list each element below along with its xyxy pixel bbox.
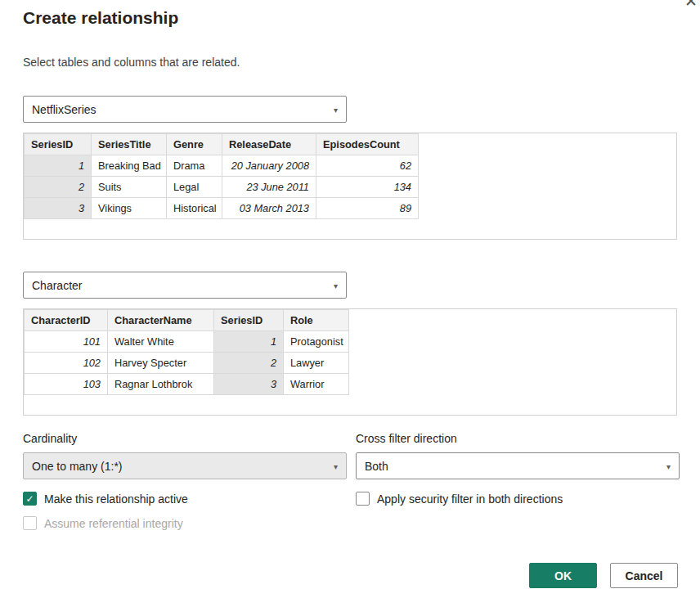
column-header[interactable]: ReleaseDate: [222, 134, 316, 155]
cross-filter-select-value: Both: [365, 460, 388, 473]
close-icon[interactable]: ✕: [684, 0, 698, 11]
table-cell[interactable]: Walter White: [108, 331, 214, 353]
table-cell[interactable]: 1: [25, 155, 92, 177]
table-cell[interactable]: Suits: [92, 177, 167, 198]
table-cell[interactable]: 102: [25, 353, 108, 374]
cancel-button[interactable]: Cancel: [610, 563, 678, 588]
table-cell[interactable]: Vikings: [92, 198, 167, 219]
table-cell[interactable]: Lawyer: [284, 353, 349, 374]
character-preview-table: CharacterIDCharacterNameSeriesIDRole 101…: [24, 309, 349, 395]
header-row: CharacterIDCharacterNameSeriesIDRole: [25, 310, 349, 331]
column-header[interactable]: Genre: [167, 134, 222, 155]
chevron-down-icon: ▾: [666, 461, 671, 470]
checkbox-icon: ✓: [356, 492, 370, 506]
first-table-select[interactable]: NetflixSeries ▾: [23, 96, 347, 123]
chevron-down-icon: ▾: [334, 105, 338, 114]
table-cell[interactable]: 3: [25, 198, 92, 219]
table-cell[interactable]: 1: [214, 331, 284, 353]
table-row: 103Ragnar Lothbrok3Warrior: [25, 374, 349, 395]
column-header[interactable]: SeriesTitle: [92, 134, 167, 155]
checkbox-label: Make this relationship active: [44, 492, 188, 506]
table-row: 3VikingsHistorical03 March 201389: [25, 198, 419, 219]
apply-security-filter-checkbox[interactable]: ✓ Apply security filter in both directio…: [356, 492, 563, 506]
checkbox-label: Assume referential integrity: [44, 517, 183, 530]
second-table-preview: CharacterIDCharacterNameSeriesIDRole 101…: [23, 308, 677, 416]
table-cell[interactable]: 103: [25, 374, 108, 395]
check-icon: ✓: [25, 494, 34, 504]
cardinality-label: Cardinality: [23, 432, 77, 445]
column-header[interactable]: CharacterID: [25, 310, 108, 331]
table-cell[interactable]: 2: [214, 353, 284, 374]
table-cell[interactable]: 3: [214, 374, 284, 395]
create-relationship-dialog: ✕ Create relationship Select tables and …: [0, 0, 700, 598]
netflixseries-preview-table: SeriesIDSeriesTitleGenreReleaseDateEpiso…: [24, 133, 419, 219]
cross-filter-label: Cross filter direction: [356, 432, 457, 445]
checkbox-label: Apply security filter in both directions: [377, 492, 563, 506]
cross-filter-select[interactable]: Both ▾: [356, 452, 680, 479]
first-table-select-value: NetflixSeries: [32, 103, 96, 116]
table-cell[interactable]: 89: [316, 198, 419, 219]
table-cell[interactable]: 62: [316, 155, 419, 177]
table-cell[interactable]: Legal: [167, 177, 222, 198]
table-row: 102Harvey Specter2Lawyer: [25, 353, 349, 374]
cardinality-select-value: One to many (1:*): [32, 460, 123, 473]
ok-button[interactable]: OK: [529, 563, 597, 588]
dialog-title: Create relationship: [23, 8, 178, 28]
second-table-select[interactable]: Character ▾: [23, 272, 347, 299]
table-cell[interactable]: Warrior: [284, 374, 349, 395]
make-relationship-active-checkbox[interactable]: ✓ Make this relationship active: [23, 492, 188, 506]
table-cell[interactable]: 20 January 2008: [222, 155, 316, 177]
table-cell[interactable]: Drama: [167, 155, 222, 177]
first-table-preview: SeriesIDSeriesTitleGenreReleaseDateEpiso…: [23, 133, 677, 240]
table-row: 101Walter White1Protagonist: [25, 331, 349, 353]
column-header[interactable]: SeriesID: [214, 310, 284, 331]
table-cell[interactable]: Ragnar Lothbrok: [108, 374, 214, 395]
column-header[interactable]: CharacterName: [108, 310, 214, 331]
table-cell[interactable]: Harvey Specter: [108, 353, 214, 374]
checkbox-icon: ✓: [23, 516, 37, 530]
column-header[interactable]: Role: [284, 310, 349, 331]
table-cell[interactable]: 23 June 2011: [222, 177, 316, 198]
table-cell[interactable]: Protagonist: [284, 331, 349, 353]
table-row: 1Breaking BadDrama20 January 200862: [25, 155, 419, 177]
column-header[interactable]: EpisodesCount: [316, 134, 419, 155]
chevron-down-icon: ▾: [334, 281, 338, 290]
table-row: 2SuitsLegal23 June 2011134: [25, 177, 419, 198]
table-cell[interactable]: 134: [316, 177, 419, 198]
cardinality-select[interactable]: One to many (1:*) ▾: [23, 452, 347, 479]
header-row: SeriesIDSeriesTitleGenreReleaseDateEpiso…: [25, 134, 419, 155]
second-table-select-value: Character: [32, 279, 82, 292]
column-header[interactable]: SeriesID: [25, 134, 92, 155]
table-cell[interactable]: 101: [25, 331, 108, 353]
checkbox-icon: ✓: [23, 492, 37, 506]
table-cell[interactable]: Breaking Bad: [92, 155, 167, 177]
table-cell[interactable]: 03 March 2013: [222, 198, 316, 219]
chevron-down-icon: ▾: [334, 461, 338, 470]
dialog-subtitle: Select tables and columns that are relat…: [23, 56, 240, 69]
table-cell[interactable]: Historical: [167, 198, 222, 219]
assume-referential-integrity-checkbox: ✓ Assume referential integrity: [23, 516, 183, 530]
table-cell[interactable]: 2: [25, 177, 92, 198]
